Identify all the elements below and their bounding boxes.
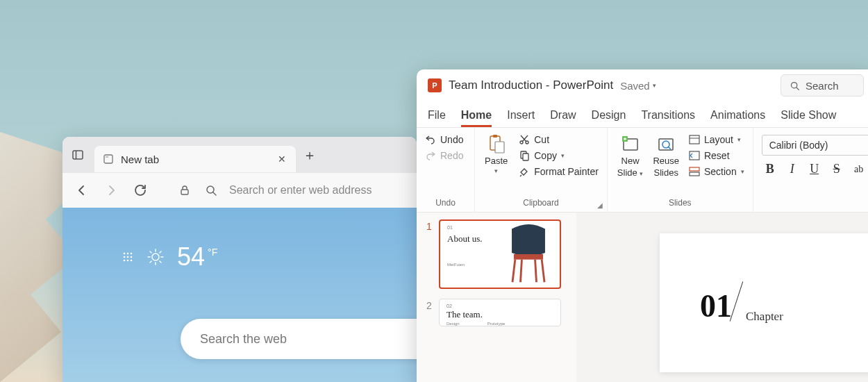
undo-button[interactable]: Undo	[422, 132, 466, 147]
layout-button[interactable]: Layout▾	[686, 132, 747, 147]
thumb1-title: About us.	[447, 233, 483, 244]
font-name-value: Calibri (Body)	[769, 140, 828, 151]
tab-animations[interactable]: Animations	[710, 109, 765, 127]
slide-thumbnail-1[interactable]: 01 About us. MetFoam	[439, 219, 561, 289]
font-name-selector[interactable]: Calibri (Body)	[762, 135, 868, 156]
svg-line-27	[796, 88, 799, 90]
redo-button[interactable]: Redo	[422, 148, 466, 163]
powerpoint-logo-icon: P	[428, 78, 442, 92]
slide-number-1: 1	[426, 219, 433, 232]
search-icon	[205, 184, 217, 197]
powerpoint-window: P Team Introduction - PowerPoint Saved ▾…	[417, 69, 868, 382]
svg-point-14	[124, 260, 126, 262]
thumb2-title: The team.	[446, 309, 483, 320]
tab-insert[interactable]: Insert	[507, 109, 535, 127]
svg-line-25	[150, 261, 151, 263]
search-icon	[790, 81, 800, 91]
thumb2-colB: Prototype	[487, 322, 506, 326]
svg-line-23	[160, 261, 161, 263]
slide-thumb-2-row: 2 02 The team. Design Prototype	[426, 299, 567, 326]
section-icon	[689, 167, 700, 176]
save-status[interactable]: Saved ▾	[620, 80, 656, 92]
svg-point-10	[131, 253, 133, 255]
pp-body: 1 01 About us. MetFoam 2	[417, 213, 868, 382]
paintbrush-icon	[519, 166, 530, 177]
svg-line-7	[213, 192, 216, 195]
bold-button[interactable]: B	[763, 162, 777, 176]
strikethrough-button[interactable]: S	[830, 162, 844, 176]
reuse-l1: Reuse	[653, 156, 679, 166]
paste-button[interactable]: Paste ▾	[481, 132, 512, 176]
site-info-button[interactable]	[176, 182, 193, 199]
cut-button[interactable]: Cut	[516, 132, 601, 147]
refresh-icon	[133, 183, 147, 197]
current-slide[interactable]: 01 Chapter	[660, 233, 868, 372]
format-painter-label: Format Painter	[534, 166, 599, 177]
weather-widget[interactable]: 54 °F	[122, 242, 217, 272]
ribbon-tabs: File Home Insert Draw Design Transitions…	[417, 101, 868, 128]
new-slide-button[interactable]: New Slide ▾	[613, 132, 648, 179]
tab-close-button[interactable]: ✕	[276, 153, 287, 165]
back-button[interactable]	[72, 181, 92, 200]
web-search-bar[interactable]: Search the web	[181, 319, 417, 359]
refresh-button[interactable]	[131, 181, 150, 200]
thumb2-columns: Design Prototype	[446, 322, 505, 326]
new-slide-l1: New	[621, 156, 640, 166]
tab-title: New tab	[121, 153, 269, 165]
chevron-down-icon: ▾	[741, 168, 744, 175]
reuse-slides-icon	[656, 133, 676, 154]
reuse-slides-button[interactable]: Reuse Slides	[649, 132, 683, 179]
svg-point-16	[131, 260, 133, 262]
ribbon-group-clipboard: Paste ▾ Cut Copy ▾ Format Pain	[475, 128, 608, 212]
reset-button[interactable]: Reset	[686, 148, 747, 163]
format-painter-button[interactable]: Format Painter	[516, 164, 601, 179]
tab-transitions[interactable]: Transitions	[641, 109, 695, 127]
underline-button[interactable]: U	[808, 162, 821, 176]
clipboard-dialog-launcher[interactable]: ◢	[597, 201, 603, 209]
redo-icon	[425, 150, 436, 161]
arrow-left-icon	[75, 183, 89, 197]
undo-label: Undo	[440, 134, 463, 145]
tab-slideshow[interactable]: Slide Show	[781, 109, 836, 127]
slide-thumbnail-2[interactable]: 02 The team. Design Prototype	[439, 299, 561, 326]
svg-point-4	[107, 156, 108, 158]
scissors-icon	[519, 134, 530, 145]
tab-design[interactable]: Design	[592, 109, 626, 127]
svg-point-13	[131, 256, 133, 258]
chevron-down-icon: ▾	[737, 136, 741, 143]
tab-home[interactable]: Home	[461, 109, 492, 127]
pp-titlebar: P Team Introduction - PowerPoint Saved ▾…	[417, 69, 868, 101]
svg-line-48	[512, 260, 515, 283]
text-shadow-button[interactable]: ab	[852, 164, 866, 175]
paste-icon	[486, 133, 507, 154]
cut-label: Cut	[534, 134, 549, 145]
search-box[interactable]: Search	[781, 74, 864, 97]
tab-file[interactable]: File	[428, 109, 446, 127]
address-bar[interactable]: Search or enter web address	[229, 184, 372, 197]
new-tab-button[interactable]: ＋	[300, 145, 319, 165]
reuse-l2: Slides	[653, 167, 678, 178]
slide-canvas[interactable]: 01 Chapter	[576, 213, 868, 382]
edge-new-tab-page: 54 °F Search the web	[62, 208, 417, 382]
apps-grid-icon	[122, 251, 134, 263]
svg-line-41	[668, 147, 671, 149]
sun-icon	[147, 248, 165, 266]
forward-button[interactable]	[101, 181, 121, 200]
paste-label: Paste	[485, 156, 508, 166]
weather-temp-unit: °F	[208, 247, 217, 258]
tab-actions-button[interactable]	[68, 145, 87, 165]
italic-button[interactable]: I	[785, 162, 799, 176]
svg-rect-29	[493, 135, 497, 138]
svg-rect-5	[181, 190, 188, 194]
svg-line-24	[160, 251, 161, 253]
svg-point-12	[127, 256, 129, 258]
layout-label: Layout	[704, 134, 733, 145]
group-label-clipboard: Clipboard	[481, 197, 601, 210]
copy-button[interactable]: Copy ▾	[516, 148, 601, 163]
thumb2-num: 02	[446, 304, 452, 308]
section-button[interactable]: Section▾	[686, 164, 747, 179]
page-icon	[103, 153, 114, 165]
tab-draw[interactable]: Draw	[550, 109, 576, 127]
browser-tab[interactable]: New tab ✕	[94, 146, 296, 172]
svg-rect-2	[104, 155, 112, 163]
